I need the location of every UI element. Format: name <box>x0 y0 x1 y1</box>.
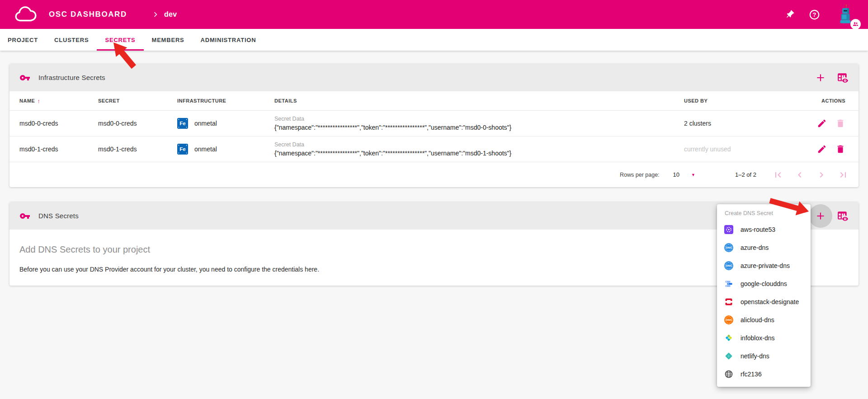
help-icon[interactable]: ? <box>808 9 820 20</box>
svg-text:?: ? <box>812 11 816 18</box>
edit-secret-button[interactable] <box>817 118 827 128</box>
svg-text:Fe: Fe <box>179 146 185 152</box>
infrastructure-cell: Fe onmetal <box>177 118 274 129</box>
used-by: 2 clusters <box>684 120 802 127</box>
create-dns-secret-menu: Create DNS Secret aws-route53 DNS azure-… <box>717 204 811 387</box>
menu-item-label: infoblox-dns <box>741 334 775 342</box>
column-label: NAME <box>19 98 35 103</box>
app-bar: OSC DASHBOARD dev ? <box>0 0 868 29</box>
netlify-dns-icon <box>724 352 733 361</box>
details-cell: Secret Data {"namespace":"**************… <box>274 115 684 132</box>
row-actions <box>802 118 845 128</box>
sort-ascending-icon: ↑ <box>37 98 40 104</box>
menu-item-google-clouddns[interactable]: google-clouddns <box>717 275 811 293</box>
menu-title: Create DNS Secret <box>717 210 811 221</box>
header-actions <box>815 72 849 84</box>
infoblox-dns-icon <box>724 333 733 343</box>
infrastructure-secrets-header: Infrastructure Secrets <box>9 64 859 91</box>
section-title: Infrastructure Secrets <box>38 74 105 81</box>
menu-item-openstack-designate[interactable]: openstack-designate <box>717 293 811 311</box>
column-header-infrastructure[interactable]: INFRASTRUCTURE <box>177 98 274 103</box>
secret-name: msd0-1-creds <box>19 146 98 153</box>
menu-item-label: alicloud-dns <box>741 316 774 324</box>
add-dns-secret-button[interactable] <box>809 204 832 228</box>
table-columns-eye-icon[interactable] <box>837 72 849 84</box>
app-title: OSC DASHBOARD <box>49 10 127 19</box>
avatar[interactable] <box>835 4 859 28</box>
tab-administration[interactable]: ADMINISTRATION <box>193 29 264 51</box>
svg-text:DNS: DNS <box>726 319 732 321</box>
menu-item-aws-route53[interactable]: aws-route53 <box>717 221 811 239</box>
table-columns-eye-icon[interactable] <box>837 210 849 222</box>
secret-ref: msd0-0-creds <box>98 120 177 127</box>
first-page-button[interactable] <box>773 169 783 180</box>
previous-page-button[interactable] <box>794 169 805 180</box>
column-header-actions: ACTIONS <box>802 98 845 103</box>
edit-secret-button[interactable] <box>817 144 827 154</box>
tab-clusters[interactable]: CLUSTERS <box>46 29 97 51</box>
azure-private-dns-icon: DNS <box>724 261 733 270</box>
infrastructure-name: onmetal <box>194 120 217 127</box>
breadcrumb-chevron-icon <box>151 9 160 19</box>
dropdown-caret-icon[interactable]: ▼ <box>691 173 695 177</box>
column-header-details: DETAILS <box>274 98 684 103</box>
menu-item-rfc2136[interactable]: rfc2136 <box>717 365 811 383</box>
pagination-range: 1–2 of 2 <box>735 171 756 178</box>
key-icon <box>19 72 30 83</box>
add-infrastructure-secret-button[interactable] <box>815 72 826 84</box>
secret-data-json: {"namespace":"****************","token":… <box>274 123 684 132</box>
menu-item-infoblox-dns[interactable]: infoblox-dns <box>717 329 811 347</box>
rfc2136-globe-icon <box>724 370 733 379</box>
column-header-used-by: USED BY <box>684 98 802 103</box>
menu-item-label: google-clouddns <box>741 280 787 287</box>
onmetal-infrastructure-icon: Fe <box>177 144 188 155</box>
table-row: msd0-1-creds msd0-1-creds Fe onmetal Sec… <box>9 136 859 162</box>
svg-text:DNS: DNS <box>726 264 732 267</box>
row-actions <box>802 144 845 154</box>
openstack-designate-icon <box>724 297 733 306</box>
rows-per-page-label: Rows per page: <box>620 172 660 178</box>
aws-route53-icon <box>724 225 733 234</box>
alicloud-dns-icon: DNS <box>724 315 733 324</box>
used-by: currently unused <box>684 146 802 153</box>
tab-project[interactable]: PROJECT <box>0 29 46 51</box>
menu-item-netlify-dns[interactable]: netlify-dns <box>717 347 811 365</box>
table-header-row: NAME ↑ SECRET INFRASTRUCTURE DETAILS USE… <box>9 91 859 111</box>
tab-members[interactable]: MEMBERS <box>144 29 193 51</box>
infrastructure-name: onmetal <box>194 146 217 153</box>
svg-text:DNS: DNS <box>726 246 732 249</box>
delete-secret-button[interactable] <box>835 118 845 128</box>
menu-item-label: azure-private-dns <box>741 262 790 269</box>
details-label: Secret Data <box>274 115 684 123</box>
tab-secrets[interactable]: SECRETS <box>97 29 143 51</box>
menu-item-label: azure-dns <box>741 244 769 251</box>
section-title: DNS Secrets <box>38 212 79 220</box>
column-header-secret[interactable]: SECRET <box>98 98 177 103</box>
table-pagination: Rows per page: 10 ▼ 1–2 of 2 <box>9 162 859 187</box>
secret-ref: msd0-1-creds <box>98 146 177 153</box>
onmetal-infrastructure-icon: Fe <box>177 118 188 129</box>
delete-secret-button[interactable] <box>835 144 845 154</box>
menu-item-alicloud-dns[interactable]: DNS alicloud-dns <box>717 311 811 329</box>
breadcrumb-project[interactable]: dev <box>164 10 177 19</box>
account-group-badge-icon <box>850 19 861 29</box>
menu-item-label: aws-route53 <box>741 226 775 233</box>
column-header-name[interactable]: NAME ↑ <box>19 98 98 104</box>
secret-data-json: {"namespace":"****************","token":… <box>274 149 684 158</box>
details-label: Secret Data <box>274 141 684 149</box>
next-page-button[interactable] <box>816 169 827 180</box>
google-clouddns-icon <box>724 279 733 288</box>
pin-icon[interactable] <box>784 9 796 20</box>
svg-text:Fe: Fe <box>179 121 185 126</box>
menu-item-azure-dns[interactable]: DNS azure-dns <box>717 239 811 257</box>
pager-controls <box>773 169 849 180</box>
details-cell: Secret Data {"namespace":"**************… <box>274 141 684 158</box>
last-page-button[interactable] <box>838 169 849 180</box>
cloud-logo-icon <box>13 5 38 24</box>
rows-per-page-select[interactable]: 10 <box>673 171 679 178</box>
menu-item-label: rfc2136 <box>741 371 762 378</box>
project-tabbar: PROJECT CLUSTERS SECRETS MEMBERS ADMINIS… <box>0 29 868 51</box>
table-row: msd0-0-creds msd0-0-creds Fe onmetal Sec… <box>9 111 859 136</box>
secret-name: msd0-0-creds <box>19 120 98 127</box>
menu-item-azure-private-dns[interactable]: DNS azure-private-dns <box>717 257 811 275</box>
